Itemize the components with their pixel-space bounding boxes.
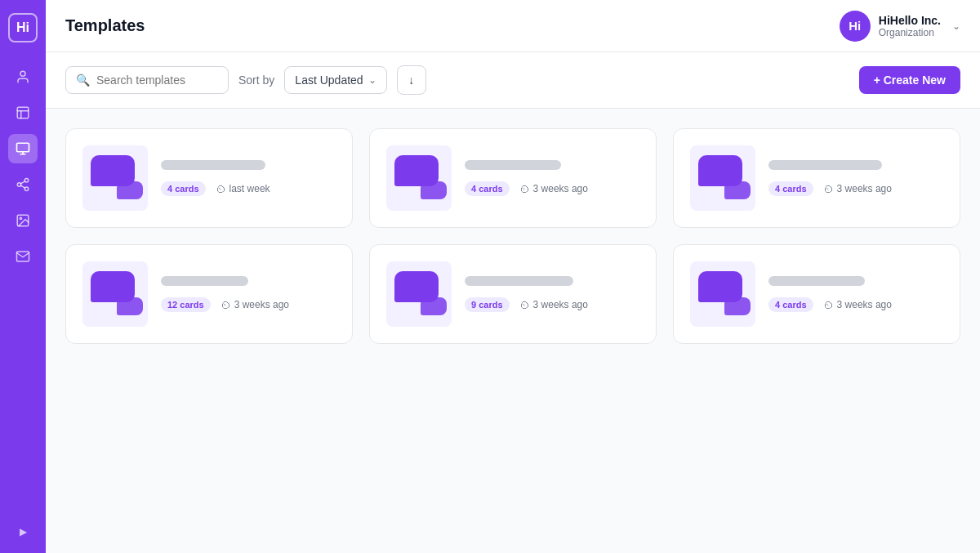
card-time: ⏲ 3 weeks ago [823, 299, 892, 311]
card-meta: 4 cards ⏲ last week [161, 181, 336, 196]
card-count-badge: 12 cards [161, 297, 211, 312]
svg-point-0 [20, 71, 25, 76]
card-name-bar [768, 276, 865, 286]
sidebar-item-integrations[interactable] [8, 170, 38, 199]
org-role: Organization [879, 27, 941, 38]
templates-grid: 4 cards ⏲ last week 4 cards ⏲ 3 weeks ag… [65, 128, 960, 344]
toolbar: 🔍 Sort by Last Updated ⌄ ↓ + Create New [46, 52, 980, 109]
card-count-badge: 4 cards [465, 181, 510, 196]
bubble-small-icon [117, 181, 143, 199]
card-name-bar [161, 276, 248, 286]
bubble-small-icon [421, 181, 447, 199]
card-count-badge: 9 cards [465, 297, 510, 312]
card-count-badge: 4 cards [768, 297, 813, 312]
bubble-small-icon [421, 297, 447, 315]
sidebar-expand-btn[interactable]: ▶ [15, 524, 31, 540]
card-time: ⏲ 3 weeks ago [519, 299, 588, 311]
search-icon: 🔍 [76, 74, 90, 87]
sidebar-item-templates[interactable] [8, 134, 38, 163]
card-thumbnail [82, 261, 148, 327]
template-card[interactable]: 4 cards ⏲ 3 weeks ago [673, 128, 960, 228]
card-thumbnail [690, 145, 755, 211]
card-info: 4 cards ⏲ 3 weeks ago [768, 160, 943, 196]
card-thumbnail [386, 145, 452, 211]
card-count-badge: 4 cards [768, 181, 813, 196]
org-name: HiHello Inc. [879, 14, 941, 27]
search-input[interactable] [96, 74, 218, 87]
svg-line-10 [20, 185, 24, 188]
clock-icon: ⏲ [220, 299, 231, 311]
card-name-bar [161, 160, 265, 170]
sidebar-item-media[interactable] [8, 206, 38, 235]
card-info: 4 cards ⏲ 3 weeks ago [768, 276, 943, 312]
card-name-bar [465, 276, 573, 286]
main-content: Templates Hi HiHello Inc. Organization ⌄… [46, 0, 980, 553]
bubble-small-icon [117, 297, 143, 315]
card-name-bar [768, 160, 882, 170]
card-time: ⏲ 3 weeks ago [823, 183, 892, 195]
card-info: 4 cards ⏲ 3 weeks ago [465, 160, 639, 196]
card-thumbnail [386, 261, 452, 327]
card-time: ⏲ 3 weeks ago [519, 183, 588, 195]
org-text: HiHello Inc. Organization [879, 14, 941, 38]
card-name-bar [465, 160, 561, 170]
svg-point-13 [20, 217, 21, 219]
sidebar: Hi ▶ [0, 0, 46, 553]
card-time: ⏲ last week [216, 183, 270, 195]
svg-line-11 [20, 181, 24, 184]
sidebar-item-contacts[interactable] [8, 62, 38, 91]
clock-icon: ⏲ [823, 183, 834, 195]
search-box[interactable]: 🔍 [65, 66, 229, 94]
org-avatar: Hi [840, 11, 871, 42]
clock-icon: ⏲ [216, 183, 226, 195]
create-new-button[interactable]: + Create New [859, 66, 960, 94]
sort-chevron-icon: ⌄ [368, 74, 376, 86]
card-meta: 4 cards ⏲ 3 weeks ago [768, 297, 943, 312]
card-thumbnail [82, 145, 148, 211]
card-info: 9 cards ⏲ 3 weeks ago [465, 276, 639, 312]
svg-rect-1 [17, 107, 29, 118]
template-card[interactable]: 4 cards ⏲ last week [65, 128, 353, 228]
card-meta: 12 cards ⏲ 3 weeks ago [161, 297, 336, 312]
sort-dropdown[interactable]: Last Updated ⌄ [284, 66, 386, 94]
templates-area: 4 cards ⏲ last week 4 cards ⏲ 3 weeks ag… [46, 109, 980, 553]
svg-rect-4 [17, 143, 29, 152]
org-selector[interactable]: Hi HiHello Inc. Organization ⌄ [840, 11, 960, 42]
template-card[interactable]: 4 cards ⏲ 3 weeks ago [673, 244, 960, 344]
card-meta: 9 cards ⏲ 3 weeks ago [465, 297, 639, 312]
card-count-badge: 4 cards [161, 181, 206, 196]
page-title: Templates [65, 16, 145, 35]
clock-icon: ⏲ [519, 299, 530, 311]
sort-value: Last Updated [295, 74, 363, 87]
top-header: Templates Hi HiHello Inc. Organization ⌄ [46, 0, 980, 52]
card-info: 12 cards ⏲ 3 weeks ago [161, 276, 336, 312]
template-card[interactable]: 9 cards ⏲ 3 weeks ago [369, 244, 657, 344]
sort-direction-button[interactable]: ↓ [397, 65, 426, 95]
sidebar-item-messages[interactable] [8, 242, 38, 271]
app-logo[interactable]: Hi [8, 13, 38, 42]
card-meta: 4 cards ⏲ 3 weeks ago [465, 181, 639, 196]
clock-icon: ⏲ [519, 183, 530, 195]
org-chevron-icon: ⌄ [952, 20, 960, 32]
template-card[interactable]: 4 cards ⏲ 3 weeks ago [369, 128, 657, 228]
bubble-small-icon [724, 297, 751, 315]
card-thumbnail [690, 261, 755, 327]
sidebar-item-notes[interactable] [8, 98, 38, 127]
card-info: 4 cards ⏲ last week [161, 160, 336, 196]
sort-label: Sort by [238, 74, 274, 87]
bubble-small-icon [724, 181, 751, 199]
card-meta: 4 cards ⏲ 3 weeks ago [768, 181, 943, 196]
card-time: ⏲ 3 weeks ago [220, 299, 289, 311]
clock-icon: ⏲ [823, 299, 834, 311]
template-card[interactable]: 12 cards ⏲ 3 weeks ago [65, 244, 353, 344]
